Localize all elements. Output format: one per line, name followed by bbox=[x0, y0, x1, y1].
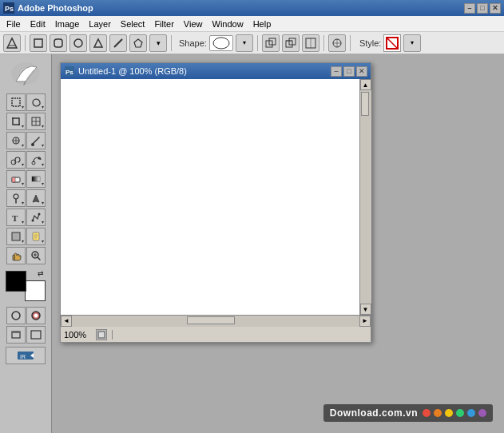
status-icon[interactable] bbox=[96, 329, 107, 340]
horizontal-scrollbar[interactable]: ◄ ► bbox=[61, 315, 371, 326]
eraser-tool[interactable]: ▾ bbox=[6, 170, 26, 188]
svg-point-39 bbox=[38, 213, 40, 216]
doc-minimize-btn[interactable]: – bbox=[331, 66, 342, 77]
maximize-button[interactable]: □ bbox=[477, 3, 488, 14]
layer-mode-btn1[interactable] bbox=[262, 34, 280, 52]
standard-mode-btn[interactable] bbox=[6, 307, 26, 324]
tool-row-9 bbox=[6, 247, 46, 264]
background-color[interactable] bbox=[25, 280, 46, 301]
screen-mode-row bbox=[6, 326, 46, 344]
canvas[interactable] bbox=[61, 79, 359, 315]
scroll-track-h[interactable] bbox=[72, 316, 359, 327]
svg-point-50 bbox=[12, 312, 20, 320]
document-window: Ps Untitled-1 @ 100% (RGB/8) – □ ✕ ▲ bbox=[60, 62, 371, 343]
svg-point-52 bbox=[34, 314, 38, 318]
path-selection-tool[interactable]: ▾ bbox=[26, 209, 46, 226]
svg-line-20 bbox=[387, 38, 398, 49]
shape-tool[interactable]: ▾ bbox=[6, 228, 26, 245]
clone-stamp-tool[interactable]: ▾ bbox=[6, 151, 26, 169]
tool-row-8: ▾ ▾ bbox=[6, 228, 46, 245]
polygon-btn[interactable] bbox=[89, 34, 107, 52]
style-preview[interactable] bbox=[383, 34, 401, 52]
style-dropdown-btn[interactable]: ▾ bbox=[403, 34, 421, 52]
app-title: Adobe Photoshop bbox=[18, 3, 464, 13]
zoom-tool[interactable] bbox=[26, 247, 46, 264]
scroll-track-v[interactable] bbox=[360, 90, 371, 304]
doc-controls: – □ ✕ bbox=[331, 66, 367, 77]
svg-point-38 bbox=[31, 220, 34, 222]
layer-mode-btn3[interactable] bbox=[302, 34, 319, 52]
menu-layer[interactable]: Layer bbox=[84, 18, 116, 30]
notes-tool[interactable]: ▾ bbox=[26, 228, 46, 245]
scroll-thumb-h[interactable] bbox=[187, 316, 235, 324]
slice-tool[interactable]: ▾ bbox=[26, 113, 46, 130]
doc-maximize-btn[interactable]: □ bbox=[343, 66, 355, 77]
scroll-thumb-v[interactable] bbox=[361, 92, 369, 116]
menu-window[interactable]: Window bbox=[208, 18, 248, 30]
screen-mode-btn2[interactable] bbox=[26, 326, 46, 344]
tool-row-2: ▾ ▾ bbox=[6, 113, 46, 130]
rounded-rect-btn[interactable] bbox=[50, 34, 67, 52]
doc-titlebar: Ps Untitled-1 @ 100% (RGB/8) – □ ✕ bbox=[61, 63, 371, 79]
custom-shape-btn[interactable] bbox=[129, 34, 147, 52]
sep5 bbox=[350, 35, 351, 51]
left-toolbar: ▾ ▾ ▾ ▾ bbox=[0, 54, 52, 433]
scroll-up-btn[interactable]: ▲ bbox=[360, 79, 371, 90]
geometry-btn[interactable] bbox=[328, 34, 346, 52]
dot-1 bbox=[423, 409, 431, 417]
menu-file[interactable]: File bbox=[2, 18, 26, 30]
menu-image[interactable]: Image bbox=[50, 18, 85, 30]
color-switch-btn[interactable]: ⇄ bbox=[38, 269, 44, 277]
shape-preview[interactable] bbox=[209, 35, 233, 51]
main-area: ▾ ▾ ▾ ▾ bbox=[0, 54, 504, 433]
ellipse-btn[interactable] bbox=[69, 34, 87, 52]
doc-close-btn[interactable]: ✕ bbox=[356, 66, 367, 77]
pen-tool[interactable]: ▾ bbox=[26, 189, 46, 207]
scroll-left-btn[interactable]: ◄ bbox=[61, 316, 72, 327]
crop-tool[interactable]: ▾ bbox=[6, 113, 26, 130]
vertical-scrollbar[interactable]: ▲ ▼ bbox=[359, 79, 371, 315]
menu-view[interactable]: View bbox=[179, 18, 208, 30]
menu-edit[interactable]: Edit bbox=[26, 18, 50, 30]
history-brush-tool[interactable]: ▾ bbox=[26, 151, 46, 169]
dot-6 bbox=[478, 409, 486, 417]
type-tool[interactable]: T ▾ bbox=[6, 209, 26, 226]
sep2 bbox=[171, 35, 172, 51]
line-btn[interactable] bbox=[109, 34, 127, 52]
svg-marker-6 bbox=[94, 39, 102, 47]
style-label: Style: bbox=[359, 38, 382, 48]
scroll-right-btn[interactable]: ► bbox=[359, 316, 371, 327]
minimize-button[interactable]: – bbox=[464, 3, 475, 14]
brush-tool[interactable]: ▾ bbox=[26, 132, 46, 149]
status-sep bbox=[112, 330, 113, 340]
healing-brush-tool[interactable]: ▾ bbox=[6, 132, 26, 149]
svg-point-29 bbox=[31, 143, 34, 146]
lasso-tool[interactable]: ▾ bbox=[26, 93, 46, 111]
hand-tool[interactable] bbox=[6, 247, 26, 264]
shape-options-btn[interactable]: ▾ bbox=[236, 34, 253, 52]
layer-mode-btn2[interactable] bbox=[282, 34, 300, 52]
jump-row: IR bbox=[6, 347, 46, 364]
menu-filter[interactable]: Filter bbox=[149, 18, 178, 30]
menu-help[interactable]: Help bbox=[248, 18, 276, 30]
rect-tool-btn[interactable] bbox=[30, 34, 47, 52]
shape-dropdown-btn[interactable]: ▾ bbox=[149, 34, 167, 52]
close-button[interactable]: ✕ bbox=[490, 3, 501, 14]
tool-row-1: ▾ ▾ bbox=[6, 93, 46, 111]
imageready-btn[interactable]: IR bbox=[6, 347, 46, 364]
svg-text:Ps: Ps bbox=[65, 69, 73, 76]
screen-mode-btn1[interactable] bbox=[6, 326, 26, 344]
marquee-tool[interactable]: ▾ bbox=[6, 93, 26, 111]
shape-label: Shape: bbox=[179, 38, 207, 48]
dodge-tool[interactable]: ▾ bbox=[6, 189, 26, 207]
tool-preset-picker[interactable] bbox=[3, 34, 21, 52]
menu-select[interactable]: Select bbox=[116, 18, 150, 30]
quick-mask-btn[interactable] bbox=[26, 307, 46, 324]
svg-rect-54 bbox=[12, 332, 20, 333]
canvas-container: ▲ ▼ ◄ ► 100% bbox=[61, 79, 371, 342]
gradient-tool[interactable]: ▾ bbox=[26, 170, 46, 188]
scroll-down-btn[interactable]: ▼ bbox=[360, 304, 371, 315]
svg-point-8 bbox=[213, 38, 229, 49]
foreground-color[interactable] bbox=[6, 271, 26, 292]
svg-text:IR: IR bbox=[20, 354, 26, 360]
